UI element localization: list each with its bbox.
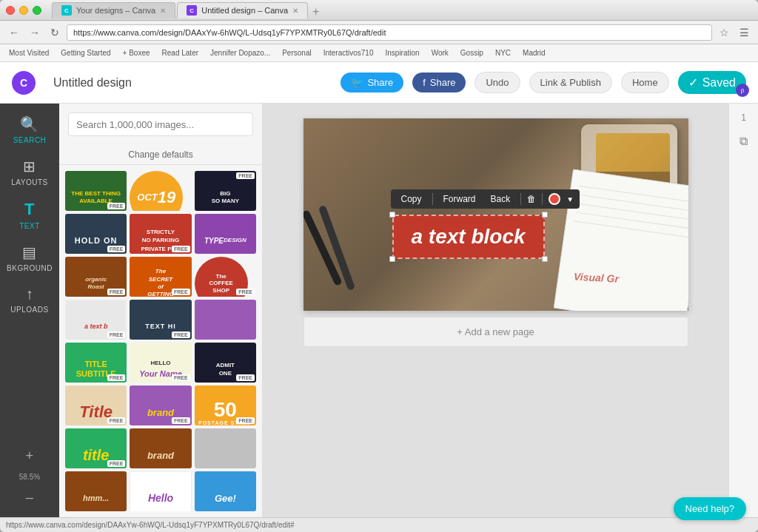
bookmark-boxee[interactable]: + Boxee xyxy=(120,48,153,58)
list-item[interactable]: brand xyxy=(130,428,191,468)
bookmark-jennifer[interactable]: Jennifer Dopazo... xyxy=(207,48,273,58)
bookmark-read-later[interactable]: Read Later xyxy=(159,48,201,58)
settings-button[interactable]: ☰ xyxy=(737,25,752,40)
tabs-bar: C Your designs – Canva ✕ C Untitled desi… xyxy=(52,2,752,18)
app-content: C Untitled design 🐦 Share f Share Undo L… xyxy=(0,62,758,517)
list-item[interactable]: brand FREE xyxy=(130,385,191,425)
sidebar-item-text[interactable]: T TEXT xyxy=(3,194,56,236)
close-button[interactable] xyxy=(6,6,15,15)
minimize-button[interactable] xyxy=(19,6,28,15)
address-text: https://www.canva.com/design/DAAxYw-6hWQ… xyxy=(73,28,386,37)
address-bar[interactable]: https://www.canva.com/design/DAAxYw-6hWQ… xyxy=(67,24,712,41)
resize-handle-top-left[interactable] xyxy=(389,212,395,218)
tab-favicon-1: C xyxy=(61,5,72,16)
list-item[interactable]: TYPEDESIGN xyxy=(195,214,256,254)
resize-handle-bottom-right[interactable] xyxy=(542,256,548,262)
canvas-area[interactable]: Visual Gr Copy Forward Back 🗑 xyxy=(263,104,728,517)
sidebar-item-background[interactable]: ▤ BKGROUND xyxy=(3,238,56,278)
list-item[interactable]: ADMITONE FREE xyxy=(195,343,256,383)
color-picker[interactable] xyxy=(549,193,560,205)
bookmark-madrid[interactable]: Madrid xyxy=(520,48,549,58)
list-item[interactable]: BIGSO MANY FREE xyxy=(195,171,256,211)
sidebar-item-search[interactable]: 🔍 SEARCH xyxy=(3,110,56,150)
facebook-icon: f xyxy=(423,77,426,88)
text-block[interactable]: a text block xyxy=(392,215,545,259)
panel-search xyxy=(59,104,262,145)
reload-button[interactable]: ↻ xyxy=(47,25,62,40)
zoom-minus-sidebar[interactable]: – xyxy=(3,484,56,511)
delete-icon[interactable]: 🗑 xyxy=(527,194,536,204)
list-item[interactable]: hmm... xyxy=(65,471,127,511)
beta-badge: β xyxy=(736,84,749,97)
maximize-button[interactable] xyxy=(33,6,41,15)
new-tab-button[interactable]: + xyxy=(312,5,319,18)
bookmarks-bar: Most Visited Getting Started + Boxee Rea… xyxy=(0,44,758,62)
list-item[interactable]: TITLESUBTITLE FREE xyxy=(65,343,127,383)
twitter-share-button[interactable]: 🐦 Share xyxy=(341,73,403,92)
back-button[interactable]: ← xyxy=(6,25,22,40)
tab-close-2[interactable]: ✕ xyxy=(292,7,298,15)
list-item[interactable]: organicRoast FREE xyxy=(65,257,127,297)
list-item[interactable] xyxy=(195,428,256,468)
list-item[interactable]: TEXT HI FREE xyxy=(130,300,191,340)
text-icon: T xyxy=(24,200,35,219)
bookmark-interactivos[interactable]: Interactivos710 xyxy=(321,48,377,58)
forward-button[interactable]: → xyxy=(27,25,43,40)
uploads-icon: ↑ xyxy=(26,286,34,303)
canvas-wrapper: Visual Gr Copy Forward Back 🗑 xyxy=(303,118,688,347)
list-item[interactable]: Hello xyxy=(130,471,191,511)
list-item[interactable]: TheSECRETofGETTING FREE xyxy=(130,257,191,297)
list-item[interactable]: HELLOYour Name FREE xyxy=(130,343,191,383)
help-button[interactable]: Need help? xyxy=(674,497,747,520)
tab-close-1[interactable]: ✕ xyxy=(160,7,166,15)
browser-frame: C Your designs – Canva ✕ C Untitled desi… xyxy=(0,0,758,532)
list-item[interactable]: Gee! xyxy=(195,471,256,511)
list-item[interactable]: title FREE xyxy=(65,428,127,468)
change-defaults-button[interactable]: Change defaults xyxy=(59,145,262,165)
bookmark-most-visited[interactable]: Most Visited xyxy=(6,48,52,58)
forward-button[interactable]: Forward xyxy=(439,192,480,206)
add-page-button[interactable]: + Add a new page xyxy=(303,317,688,347)
zoom-plus-sidebar[interactable]: + xyxy=(3,442,56,470)
list-item[interactable]: THE BEST THING AVAILABLE FREE xyxy=(65,171,127,211)
facebook-share-button[interactable]: f Share xyxy=(412,73,466,92)
svg-text:C: C xyxy=(20,77,27,89)
list-item[interactable]: a text b FREE xyxy=(65,300,127,340)
arrange-icon[interactable]: ⧉ xyxy=(739,135,748,148)
saved-button[interactable]: ✓ Saved β xyxy=(678,71,746,94)
list-item[interactable]: 50POSTAGE STAMP FREE xyxy=(195,385,256,425)
free-badge: FREE xyxy=(107,460,126,467)
free-badge: FREE xyxy=(236,172,255,179)
bookmark-button[interactable]: ☆ xyxy=(717,25,732,40)
separator xyxy=(432,193,433,205)
back-button[interactable]: Back xyxy=(486,192,515,206)
home-button[interactable]: Home xyxy=(621,72,669,93)
list-item[interactable]: HOLD ON FREE xyxy=(65,214,127,254)
resize-handle-top-right[interactable] xyxy=(542,212,548,218)
bookmark-getting-started[interactable]: Getting Started xyxy=(58,48,113,58)
chevron-down-icon[interactable]: ▼ xyxy=(566,195,574,203)
tab-your-designs[interactable]: C Your designs – Canva ✕ xyxy=(52,2,175,18)
tab-favicon-2: C xyxy=(187,5,197,16)
resize-handle-bottom-left[interactable] xyxy=(389,256,395,262)
link-publish-button[interactable]: Link & Publish xyxy=(529,72,612,93)
sidebar-item-uploads[interactable]: ↑ UPLOADS xyxy=(3,280,56,320)
list-item[interactable]: TheCOFFEESHOP FREE xyxy=(195,257,256,297)
list-item[interactable]: Title FREE xyxy=(65,385,127,425)
search-icon: 🔍 xyxy=(20,115,39,133)
free-badge: FREE xyxy=(172,289,190,295)
list-item[interactable]: OCT19 xyxy=(130,171,191,211)
sidebar-item-layouts[interactable]: ⊞ LAYOUTS xyxy=(3,152,56,192)
list-item[interactable] xyxy=(195,300,256,340)
bookmark-gossip[interactable]: Gossip xyxy=(457,48,486,58)
search-input[interactable] xyxy=(68,112,253,136)
copy-button[interactable]: Copy xyxy=(397,192,426,206)
list-item[interactable]: STRICTLYNO PARKINGPRIVATE PRO FREE xyxy=(130,214,191,254)
bookmark-personal[interactable]: Personal xyxy=(279,48,314,58)
free-badge: FREE xyxy=(107,331,126,338)
bookmark-work[interactable]: Work xyxy=(429,48,452,58)
tab-untitled-design[interactable]: C Untitled design – Canva ✕ xyxy=(177,2,308,18)
bookmark-nyc[interactable]: NYC xyxy=(492,48,514,58)
bookmark-inspiration[interactable]: Inspiration xyxy=(383,48,423,58)
undo-button[interactable]: Undo xyxy=(474,72,520,93)
